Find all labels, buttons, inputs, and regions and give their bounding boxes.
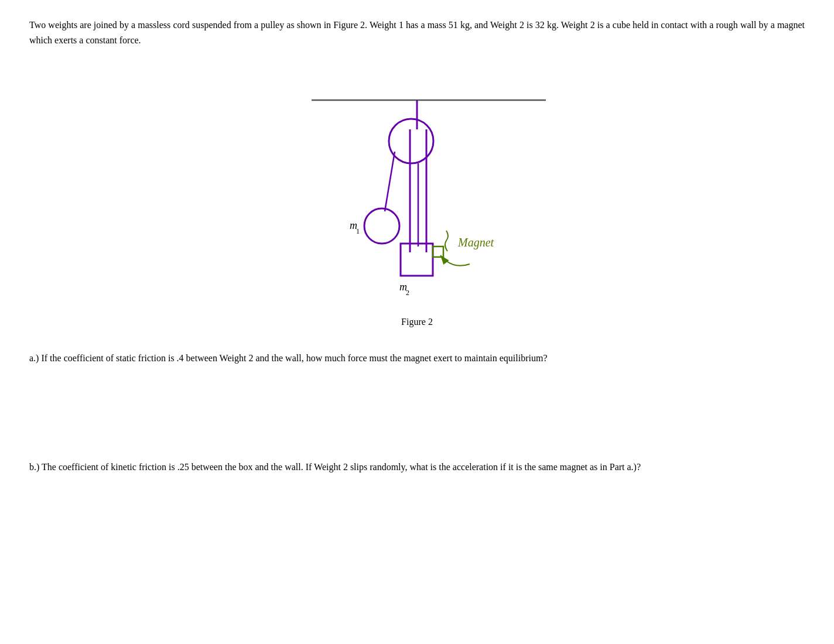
figure-caption-text: Figure 2 [401,317,433,327]
svg-line-3 [385,152,395,211]
svg-text:Magnet: Magnet [457,236,494,249]
intro-content: Two weights are joined by a massless cor… [29,20,805,45]
svg-text:1: 1 [356,227,360,235]
question-b-text: b.) The coefficient of kinetic friction … [29,460,805,475]
svg-point-4 [364,208,399,244]
question-b-content: b.) The coefficient of kinetic friction … [29,462,641,472]
answer-a-space [29,366,805,442]
question-a-text: a.) If the coefficient of static frictio… [29,351,805,366]
question-a-section: a.) If the coefficient of static frictio… [29,351,805,442]
intro-text: Two weights are joined by a massless cor… [29,18,805,47]
svg-rect-10 [401,244,433,276]
figure-caption: Figure 2 [401,317,433,327]
question-a-content: a.) If the coefficient of static frictio… [29,353,548,363]
question-b-section: b.) The coefficient of kinetic friction … [29,460,805,475]
svg-rect-11 [433,246,443,257]
svg-text:2: 2 [406,289,409,297]
figure-container: m 1 m 2 Magnet [212,65,622,345]
figure-drawing: m 1 m 2 Magnet [241,65,593,311]
